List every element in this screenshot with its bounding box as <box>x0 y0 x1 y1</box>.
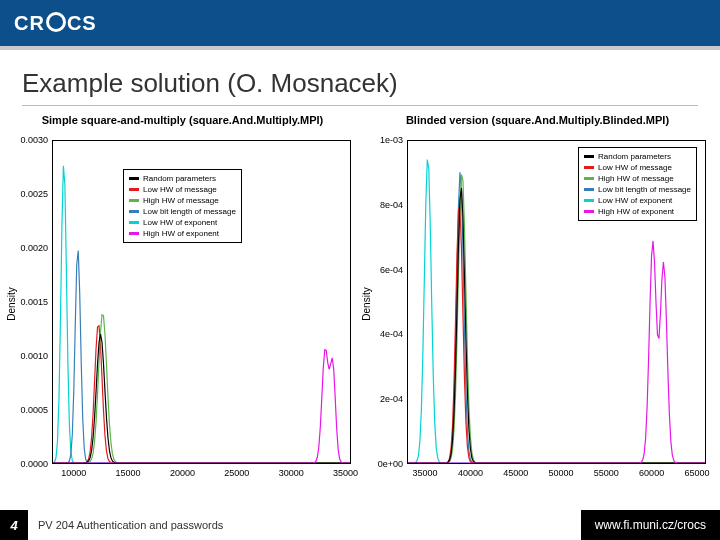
legend-item: Low HW of message <box>584 162 691 173</box>
chart-right-yticks: 0e+002e-044e-046e-048e-041e-03 <box>363 140 405 464</box>
xtick: 35000 <box>413 468 438 478</box>
legend-item: Random parameters <box>129 173 236 184</box>
ytick: 0.0025 <box>20 189 48 199</box>
ytick: 1e-03 <box>380 135 403 145</box>
page-title: Example solution (O. Mosnacek) <box>0 50 720 105</box>
charts-row: Simple square-and-multiply (square.And.M… <box>0 114 720 494</box>
legend-item: Low HW of exponent <box>584 195 691 206</box>
ytick: 0.0015 <box>20 297 48 307</box>
xtick: 50000 <box>549 468 574 478</box>
footer-url: www.fi.muni.cz/crocs <box>581 510 720 540</box>
ytick: 0e+00 <box>378 459 403 469</box>
ytick: 0.0005 <box>20 405 48 415</box>
page-number: 4 <box>0 510 28 540</box>
ytick: 0.0030 <box>20 135 48 145</box>
xtick: 60000 <box>639 468 664 478</box>
legend-item: High HW of message <box>129 195 236 206</box>
chart-left-legend: Random parametersLow HW of messageHigh H… <box>123 169 242 243</box>
chart-left-title: Simple square-and-multiply (square.And.M… <box>8 114 357 126</box>
xtick: 55000 <box>594 468 619 478</box>
ytick: 8e-04 <box>380 200 403 210</box>
legend-item: Low HW of message <box>129 184 236 195</box>
chart-right-xticks: 35000400004500050000550006000065000 <box>407 468 706 484</box>
ytick: 4e-04 <box>380 329 403 339</box>
footer: 4 PV 204 Authentication and passwords ww… <box>0 510 720 540</box>
chart-left-plot: Random parametersLow HW of messageHigh H… <box>52 140 351 464</box>
ytick: 0.0020 <box>20 243 48 253</box>
xtick: 35000 <box>333 468 358 478</box>
chart-right-plot: Random parametersLow HW of messageHigh H… <box>407 140 706 464</box>
chart-left-yticks: 0.00000.00050.00100.00150.00200.00250.00… <box>8 140 50 464</box>
chart-left: Simple square-and-multiply (square.And.M… <box>8 114 357 494</box>
xtick: 45000 <box>503 468 528 478</box>
xtick: 20000 <box>170 468 195 478</box>
ytick: 2e-04 <box>380 394 403 404</box>
header-bar: CRCS <box>0 0 720 46</box>
chart-right-title: Blinded version (square.And.Multiply.Bli… <box>363 114 712 126</box>
xtick: 65000 <box>684 468 709 478</box>
xtick: 15000 <box>116 468 141 478</box>
legend-item: Low bit length of message <box>129 206 236 217</box>
xtick: 30000 <box>279 468 304 478</box>
legend-item: Random parameters <box>584 151 691 162</box>
chart-right-legend: Random parametersLow HW of messageHigh H… <box>578 147 697 221</box>
chart-left-xticks: 100001500020000250003000035000 <box>52 468 351 484</box>
logo: CRCS <box>14 12 97 35</box>
legend-item: Low bit length of message <box>584 184 691 195</box>
ytick: 0.0010 <box>20 351 48 361</box>
footer-course: PV 204 Authentication and passwords <box>28 519 223 531</box>
legend-item: High HW of exponent <box>129 228 236 239</box>
ytick: 6e-04 <box>380 265 403 275</box>
xtick: 10000 <box>61 468 86 478</box>
legend-item: High HW of message <box>584 173 691 184</box>
legend-item: Low HW of exponent <box>129 217 236 228</box>
chart-right: Blinded version (square.And.Multiply.Bli… <box>363 114 712 494</box>
ytick: 0.0000 <box>20 459 48 469</box>
title-underline <box>22 105 698 106</box>
xtick: 25000 <box>224 468 249 478</box>
legend-item: High HW of exponent <box>584 206 691 217</box>
xtick: 40000 <box>458 468 483 478</box>
